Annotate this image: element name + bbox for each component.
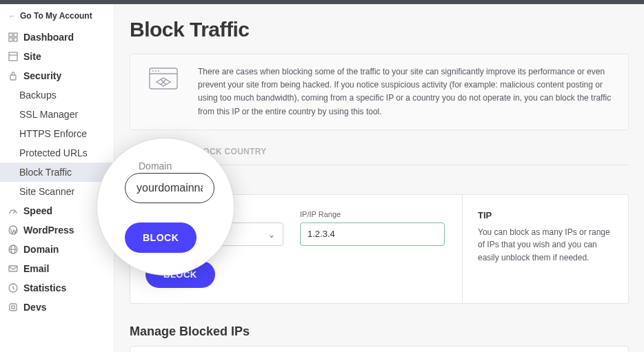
svg-rect-1	[14, 33, 17, 37]
tool-icon	[8, 302, 18, 312]
svg-rect-12	[9, 266, 17, 271]
nav-label: Site	[23, 51, 41, 62]
sidebar-item-protected-urls[interactable]: Protected URLs	[0, 143, 114, 163]
nav-label: WordPress	[23, 225, 74, 236]
domain-input-zoom[interactable]	[125, 173, 214, 203]
sidebar-item-dashboard[interactable]: Dashboard	[0, 28, 114, 47]
sidebar-item-domain[interactable]: Domain	[0, 240, 114, 259]
sidebar-item-devs[interactable]: Devs	[0, 298, 114, 317]
manage-blocked-heading: Manage Blocked IPs	[130, 324, 629, 339]
nav-label: Site Scanner	[19, 186, 74, 197]
block-button-zoom[interactable]: BLOCK	[125, 222, 197, 253]
nav-label: Devs	[23, 302, 46, 313]
chevron-down-icon: ⌄	[268, 229, 276, 240]
svg-rect-2	[9, 38, 12, 41]
tip-body: You can block as many IPs or range of IP…	[478, 226, 613, 265]
nav-label: HTTPS Enforce	[19, 128, 87, 139]
sidebar-item-security[interactable]: Security	[0, 66, 114, 85]
sidebar-item-statistics[interactable]: Statistics	[0, 278, 114, 298]
nav-label: Statistics	[23, 282, 66, 293]
page-title: Block Traffic	[130, 18, 629, 41]
sidebar-item-https-enforce[interactable]: HTTPS Enforce	[0, 124, 114, 143]
ip-input[interactable]	[300, 222, 445, 246]
nav-label: Security	[23, 70, 61, 81]
back-link-label: Go To My Account	[20, 11, 92, 21]
clock-icon	[8, 283, 18, 293]
nav-label: Speed	[23, 205, 52, 216]
lock-icon	[8, 71, 18, 81]
sidebar-item-site[interactable]: Site	[0, 47, 114, 66]
sidebar: ← Go To My Account Dashboard Site Securi…	[0, 4, 114, 352]
svg-rect-15	[12, 306, 14, 309]
svg-point-18	[152, 70, 154, 72]
gauge-icon	[8, 206, 18, 216]
sidebar-item-ssl-manager[interactable]: SSL Manager	[0, 105, 114, 124]
grid-icon	[8, 32, 18, 42]
globe-icon	[8, 245, 18, 254]
nav-label: Backups	[19, 90, 57, 101]
svg-line-7	[13, 211, 15, 214]
nav-label: Domain	[23, 244, 59, 255]
svg-rect-4	[9, 52, 17, 61]
sidebar-item-wordpress[interactable]: WordPress	[0, 220, 114, 240]
svg-rect-0	[9, 33, 12, 37]
sidebar-item-backups[interactable]: Backups	[0, 85, 114, 105]
nav-label: Email	[23, 263, 49, 274]
mail-icon	[8, 264, 18, 273]
ip-label: IP/IP Range	[300, 210, 445, 218]
info-banner: There are cases when blocking some of th…	[130, 54, 629, 130]
svg-point-19	[155, 70, 157, 72]
back-to-account-link[interactable]: ← Go To My Account	[0, 8, 114, 28]
sidebar-item-block-traffic[interactable]: Block Traffic	[0, 163, 114, 182]
svg-rect-3	[14, 38, 17, 41]
empty-state	[130, 346, 629, 352]
arrow-left-icon: ←	[8, 12, 16, 20]
wordpress-icon	[8, 225, 18, 235]
domain-label-zoom: Domain	[139, 161, 216, 172]
svg-rect-6	[10, 75, 16, 80]
nav-label: SSL Manager	[19, 109, 78, 120]
zoom-lens-overlay: Domain BLOCK	[97, 138, 234, 276]
sidebar-item-email[interactable]: Email	[0, 259, 114, 278]
block-window-icon	[145, 65, 181, 98]
svg-rect-14	[10, 304, 17, 311]
nav-label: Block Traffic	[19, 167, 72, 178]
tip-title: TIP	[478, 210, 613, 220]
nav-label: Protected URLs	[19, 147, 88, 158]
info-text: There are cases when blocking some of th…	[198, 65, 613, 118]
nav-label: Dashboard	[23, 32, 74, 43]
layout-icon	[8, 52, 18, 61]
svg-point-20	[158, 70, 159, 72]
